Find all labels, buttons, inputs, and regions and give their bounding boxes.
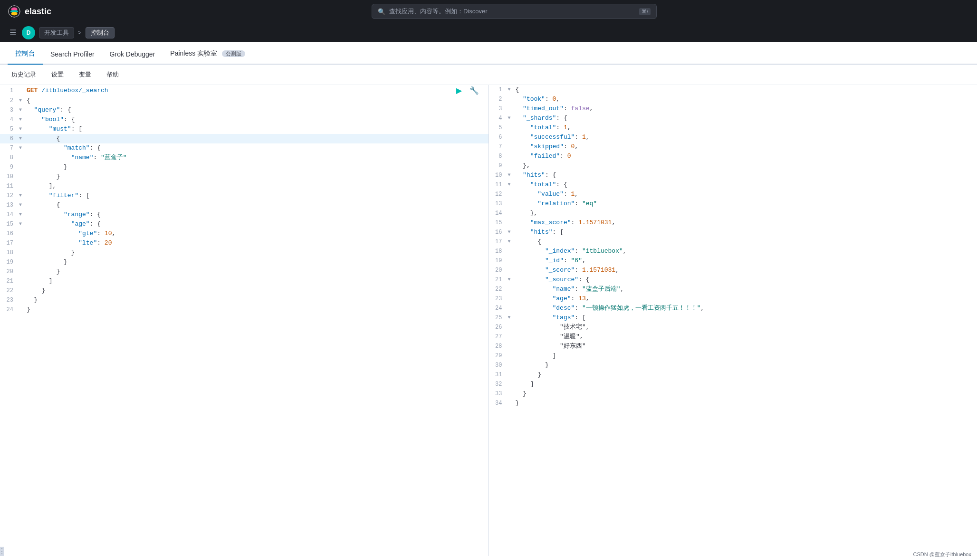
line-number: 11 bbox=[0, 181, 19, 191]
output-fold-icon[interactable]: ▼ bbox=[508, 237, 516, 247]
tab-painless-lab[interactable]: Painless 实验室 公测版 bbox=[163, 44, 253, 65]
run-button[interactable]: ▶ bbox=[454, 85, 464, 96]
output-line-content: "_source": { bbox=[516, 275, 977, 285]
editor-line: 7▼ "match": { bbox=[0, 143, 488, 153]
line-content: "query": { bbox=[27, 105, 488, 115]
output-fold-icon[interactable]: ▼ bbox=[508, 313, 516, 323]
line-content: ], bbox=[27, 181, 488, 191]
output-line-number: 13 bbox=[489, 199, 508, 209]
output-line-number: 3 bbox=[489, 104, 508, 114]
output-line: 13 "relation": "eq" bbox=[489, 199, 977, 209]
history-button[interactable]: 历史记录 bbox=[8, 68, 40, 81]
line-number: 24 bbox=[0, 305, 19, 314]
output-line-number: 5 bbox=[489, 123, 508, 133]
line-fold-icon[interactable]: ▼ bbox=[19, 191, 27, 200]
search-icon: 🔍 bbox=[378, 8, 385, 15]
line-fold-icon[interactable]: ▼ bbox=[19, 134, 27, 143]
output-line-content: }, bbox=[516, 209, 977, 218]
output-line-content: } bbox=[516, 389, 977, 399]
output-line-content: "successful": 1, bbox=[516, 133, 977, 142]
tab-grok-debugger[interactable]: Grok Debugger bbox=[102, 45, 163, 65]
resize-handle[interactable]: ⋮ bbox=[0, 547, 4, 556]
output-line-number: 22 bbox=[489, 285, 508, 294]
output-line-number: 6 bbox=[489, 133, 508, 142]
line-content: } bbox=[27, 295, 488, 305]
line-content: { bbox=[27, 134, 488, 143]
editor-line: 19 } bbox=[0, 257, 488, 267]
output-line: 22 "name": "蓝盒子后端", bbox=[489, 285, 977, 294]
line-number: 17 bbox=[0, 238, 19, 248]
line-content: } bbox=[27, 267, 488, 276]
line-content: ] bbox=[27, 276, 488, 286]
output-fold-icon[interactable]: ▼ bbox=[508, 228, 516, 237]
output-fold-icon[interactable]: ▼ bbox=[508, 180, 516, 190]
output-line-content: "_id": "6", bbox=[516, 256, 977, 266]
output-line-content: "took": 0, bbox=[516, 95, 977, 104]
output-line-number: 29 bbox=[489, 351, 508, 361]
output-line-content: ] bbox=[516, 351, 977, 361]
code-editor[interactable]: 1 GET /itbluebox/_search▶🔧2▼{3▼ "query":… bbox=[0, 85, 488, 547]
editor-line: 3▼ "query": { bbox=[0, 105, 488, 115]
editor-line: 20 } bbox=[0, 267, 488, 276]
line-number: 5 bbox=[0, 124, 19, 134]
line-content: GET /itbluebox/_search bbox=[27, 86, 454, 95]
line-fold-icon[interactable]: ▼ bbox=[19, 210, 27, 219]
line-fold-icon[interactable]: ▼ bbox=[19, 96, 27, 105]
output-line-number: 23 bbox=[489, 294, 508, 304]
main-content: 1 GET /itbluebox/_search▶🔧2▼{3▼ "query":… bbox=[0, 85, 977, 556]
output-fold-icon[interactable]: ▼ bbox=[508, 171, 516, 180]
line-fold-icon[interactable]: ▼ bbox=[19, 115, 27, 124]
output-fold-icon[interactable]: ▼ bbox=[508, 85, 516, 95]
editor-line: 24 } bbox=[0, 305, 488, 314]
line-number: 22 bbox=[0, 286, 19, 295]
output-line-content: "技术宅", bbox=[516, 323, 977, 332]
line-fold-icon[interactable]: ▼ bbox=[19, 105, 27, 115]
output-line-content: "timed_out": false, bbox=[516, 104, 977, 114]
line-fold-icon[interactable]: ▼ bbox=[19, 200, 27, 210]
output-line-number: 28 bbox=[489, 342, 508, 351]
output-line-number: 7 bbox=[489, 142, 508, 152]
secondary-toolbar: 历史记录 设置 变量 帮助 bbox=[0, 65, 977, 85]
tab-search-profiler[interactable]: Search Profiler bbox=[43, 45, 102, 65]
output-line-number: 8 bbox=[489, 152, 508, 161]
help-button[interactable]: 帮助 bbox=[103, 68, 123, 81]
global-search-bar[interactable]: 🔍 查找应用、内容等。例如：Discover ⌘/ bbox=[372, 4, 657, 19]
line-fold-icon[interactable]: ▼ bbox=[19, 124, 27, 134]
variables-button[interactable]: 变量 bbox=[75, 68, 95, 81]
output-fold-icon[interactable]: ▼ bbox=[508, 275, 516, 285]
output-line-content: "desc": "一顿操作猛如虎，一看工资两千五！！！", bbox=[516, 304, 977, 313]
output-line-number: 1 bbox=[489, 85, 508, 95]
line-fold-icon[interactable]: ▼ bbox=[19, 219, 27, 229]
output-panel: 1▼{2 "took": 0,3 "timed_out": false,4▼ "… bbox=[489, 85, 977, 556]
line-content: } bbox=[27, 286, 488, 295]
output-line: 15 "max_score": 1.1571031, bbox=[489, 218, 977, 228]
output-line-number: 27 bbox=[489, 332, 508, 342]
output-line: 17▼ { bbox=[489, 237, 977, 247]
editor-line: 12▼ "filter": [ bbox=[0, 191, 488, 200]
line-content: } bbox=[27, 305, 488, 314]
editor-line: 21 ] bbox=[0, 276, 488, 286]
output-line-number: 17 bbox=[489, 237, 508, 247]
breadcrumb-parent[interactable]: 开发工具 bbox=[39, 27, 74, 38]
output-line-content: } bbox=[516, 361, 977, 370]
line-number: 4 bbox=[0, 115, 19, 124]
hamburger-button[interactable]: ☰ bbox=[8, 26, 18, 39]
output-line-number: 30 bbox=[489, 361, 508, 370]
output-line-number: 33 bbox=[489, 389, 508, 399]
line-content: "gte": 10, bbox=[27, 229, 488, 238]
tab-console[interactable]: 控制台 bbox=[8, 44, 43, 65]
settings-button[interactable]: 设置 bbox=[48, 68, 67, 81]
copy-button[interactable]: 🔧 bbox=[468, 85, 481, 96]
line-content: "lte": 20 bbox=[27, 238, 488, 248]
editor-line: 17 "lte": 20 bbox=[0, 238, 488, 248]
line-content: "must": [ bbox=[27, 124, 488, 134]
line-content: { bbox=[27, 96, 488, 105]
user-avatar[interactable]: D bbox=[22, 26, 35, 39]
breadcrumb-bar: ☰ D 开发工具 > 控制台 bbox=[0, 23, 977, 42]
output-line: 3 "timed_out": false, bbox=[489, 104, 977, 114]
output-line-number: 21 bbox=[489, 275, 508, 285]
line-fold-icon[interactable]: ▼ bbox=[19, 143, 27, 153]
top-bar: elastic 🔍 查找应用、内容等。例如：Discover ⌘/ bbox=[0, 0, 977, 23]
output-fold-icon[interactable]: ▼ bbox=[508, 114, 516, 123]
output-line: 8 "failed": 0 bbox=[489, 152, 977, 161]
